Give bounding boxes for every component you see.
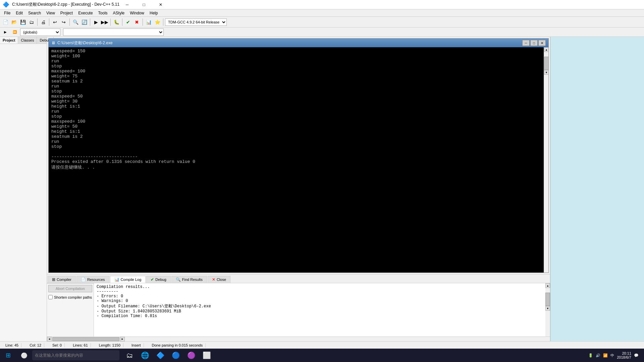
compile-log-tab-icon: 📊 (114, 277, 119, 282)
bookmark-button[interactable]: ✔ (124, 18, 132, 26)
open-button[interactable]: 📂 (10, 18, 18, 26)
shorten-paths-row: Shorten compiler paths (48, 295, 92, 299)
taskbar: ⊞ ⚪ 在这里输入你要搜索的内容 🗂 🌐 🔷 🔵 🟣 ⬜ 🔋 🔊 📶 中 (0, 349, 644, 362)
toolbar1: 📄 📂 💾 🗂 🖨 ↩ ↪ 🔍 🔄 ▶ ▶▶ 🐛 ✔ ✖ 📊 ⭐ TDM-GCC… (0, 17, 644, 27)
menu-item-view[interactable]: View (44, 10, 58, 16)
scroll-up-arrow[interactable]: ▲ (544, 47, 548, 52)
taskbar-app-devcpp[interactable]: 🔷 (153, 349, 168, 362)
tab-compile-log[interactable]: 📊 Compile Log (110, 276, 146, 283)
clock-time: 20:11 (617, 351, 631, 355)
console-close-button[interactable]: ✕ (538, 40, 546, 46)
tab-close[interactable]: ✕ Close (208, 276, 230, 283)
status-sel: Sel: 0 (50, 343, 65, 347)
replace-button[interactable]: 🔄 (80, 18, 88, 26)
h-scroll-right[interactable]: ► (120, 337, 125, 342)
horizontal-scrollbar: ◄ ► (47, 337, 550, 341)
undo-button[interactable]: ↩ (51, 18, 59, 26)
left-panel-content (0, 44, 47, 341)
compiler-select[interactable]: TDM-GCC 4.9.2 64-bit Release (165, 18, 227, 26)
new-button[interactable]: 📄 (1, 18, 9, 26)
star-button[interactable]: ⭐ (153, 18, 161, 26)
step-button[interactable]: ⏩ (11, 28, 19, 36)
run-button[interactable]: ▶▶ (101, 18, 109, 26)
globals-select[interactable]: (globals) (20, 28, 60, 36)
find-button[interactable]: 🔍 (71, 18, 79, 26)
window-title: C:\Users\坚毅\Desktop\6-2.cpp - [Executing… (12, 2, 119, 7)
taskbar-search-box[interactable]: 在这里输入你要搜索的内容 (32, 350, 119, 360)
separator (37, 18, 38, 26)
save-all-button[interactable]: 🗂 (28, 18, 36, 26)
taskbar-app-task-view[interactable]: 🗂 (122, 349, 137, 362)
console-scrollbar[interactable]: ▲ ▼ (544, 47, 548, 273)
menu-item-tools[interactable]: Tools (96, 10, 110, 16)
close-button[interactable]: ✕ (153, 0, 168, 9)
find-results-tab-label: Find Results (182, 278, 203, 282)
panel-tabs: Project Classes Debug (0, 37, 47, 44)
menu-item-execute[interactable]: Execute (75, 10, 95, 16)
bottom-scroll-down[interactable]: ▼ (545, 306, 550, 311)
save-button[interactable]: 💾 (19, 18, 27, 26)
menu-item-file[interactable]: File (1, 10, 13, 16)
vs-icon: 🟣 (187, 351, 196, 359)
edge-icon: 🌐 (141, 351, 149, 359)
function-select[interactable] (63, 28, 164, 36)
compile-button[interactable]: ▶ (92, 18, 100, 26)
separator (90, 18, 90, 26)
scroll-thumb[interactable] (544, 57, 548, 70)
left-panel: Project Classes Debug (0, 37, 47, 341)
taskbar-app-green[interactable]: 🔵 (168, 349, 183, 362)
tab-find-results[interactable]: 🔍 Find Results (171, 276, 207, 283)
speaker-icon: 🔊 (596, 353, 600, 358)
print-button[interactable]: 🖨 (39, 18, 47, 26)
menu-item-search[interactable]: Search (25, 10, 44, 16)
shorten-paths-checkbox[interactable] (48, 295, 53, 299)
stop-button[interactable]: ✖ (133, 18, 141, 26)
resources-tab-icon: 📄 (81, 277, 86, 282)
tab-resources[interactable]: 📄 Resources (76, 276, 109, 283)
cjk-icon: 中 (610, 353, 614, 358)
console-minimize-button[interactable]: ─ (522, 40, 530, 46)
redo-button[interactable]: ↪ (60, 18, 68, 26)
scroll-down-arrow[interactable]: ▼ (544, 70, 548, 75)
minimize-button[interactable]: ─ (119, 0, 135, 9)
start-button[interactable]: ⊞ (0, 349, 16, 362)
abort-compilation-button[interactable]: Abort Compilation (48, 285, 92, 292)
h-scroll-thumb[interactable] (52, 337, 119, 341)
separator (143, 18, 143, 26)
compiler-tab-icon: ⊞ (52, 277, 55, 282)
console-maximize-button[interactable]: □ (530, 40, 538, 46)
debug-tab-icon: ✔ (151, 277, 154, 282)
status-length: Length: 1150 (96, 343, 123, 347)
taskbar-search-button[interactable]: ⚪ (16, 349, 32, 362)
taskbar-app-box[interactable]: ⬜ (199, 349, 214, 362)
bottom-content: Abort Compilation Shorten compiler paths… (47, 283, 550, 337)
center-area: 🖥 C:\Users\坚毅\Desktop\6-2.exe ─ □ ✕ maxs… (47, 37, 550, 341)
debug-button[interactable]: 🐛 (112, 18, 120, 26)
find-results-tab-icon: 🔍 (176, 277, 181, 282)
tab-compiler[interactable]: ⊞ Compiler (48, 276, 76, 283)
menu-item-edit[interactable]: Edit (13, 10, 25, 16)
menu-item-astyle[interactable]: AStyle (110, 10, 127, 16)
console-window: 🖥 C:\Users\坚毅\Desktop\6-2.exe ─ □ ✕ maxs… (48, 38, 549, 273)
menu-item-project[interactable]: Project (58, 10, 75, 16)
console-titlebar: 🖥 C:\Users\坚毅\Desktop\6-2.exe ─ □ ✕ (49, 39, 548, 47)
tab-classes[interactable]: Classes (18, 37, 37, 44)
bottom-scroll-up[interactable]: ▲ (545, 283, 550, 288)
status-lines: Lines: 61 (70, 343, 91, 347)
h-scroll-left[interactable]: ◄ (47, 337, 52, 342)
taskbar-app-edge[interactable]: 🌐 (138, 349, 152, 362)
tab-debug-bottom[interactable]: ✔ Debug (146, 276, 170, 283)
separator (122, 18, 122, 26)
maximize-button[interactable]: □ (136, 0, 152, 9)
resources-tab-label: Resources (87, 278, 105, 282)
taskbar-app-vs[interactable]: 🟣 (184, 349, 199, 362)
menu-item-help[interactable]: Help (147, 10, 161, 16)
compiler-tab-label: Compiler (57, 278, 71, 282)
bottom-scroll-thumb[interactable] (545, 293, 550, 306)
run-small-button[interactable]: ▶ (1, 28, 9, 36)
chart-button[interactable]: 📊 (145, 18, 153, 26)
compile-log-tab-label: Compile Log (121, 278, 142, 282)
tab-project[interactable]: Project (0, 37, 18, 44)
menu-item-window[interactable]: Window (127, 10, 147, 16)
notification-icon[interactable]: 💬 (634, 353, 639, 358)
